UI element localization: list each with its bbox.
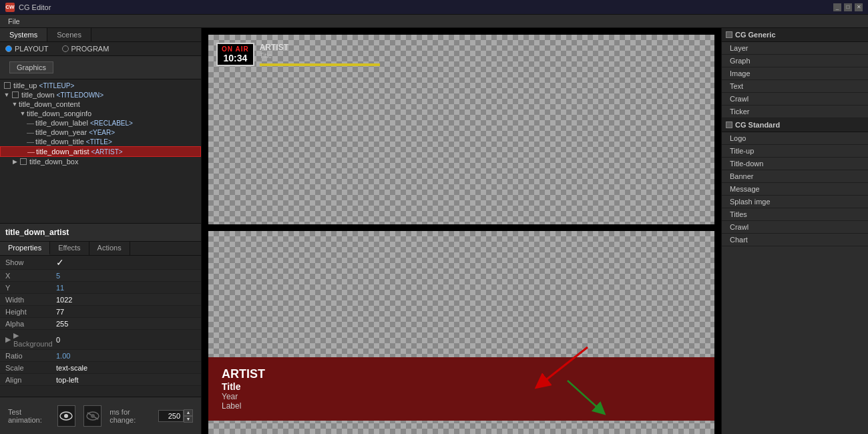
prop-height: Height 77 (0, 306, 201, 318)
tree-dash-label: — (27, 119, 34, 127)
tree-tag-title-down: <TITLEDOWN> (57, 91, 104, 99)
expand-icon-songinfo: ▼ (19, 110, 27, 118)
main-tabs: Systems Scenes (0, 28, 201, 42)
radio-program-label: PROGRAM (71, 45, 110, 53)
rp-item-titles[interactable]: Titles (722, 208, 868, 221)
prop-scale: Scale text-scale (0, 362, 201, 374)
prop-value-ratio[interactable]: 1.00 (53, 351, 201, 361)
rp-section-title-generic: CG Generic (735, 31, 776, 39)
svg-point-1 (64, 414, 68, 418)
tree-dash-title: — (27, 138, 34, 146)
tree-item-year[interactable]: — title_down_year <YEAR> (0, 128, 201, 137)
tree-item-label[interactable]: — title_down_label <RECLABEL> (0, 118, 201, 128)
tree-tag-artist: <ARTIST> (91, 148, 123, 156)
ms-spin-up[interactable]: ▲ (184, 409, 193, 416)
radio-row: PLAYOUT PROGRAM (0, 42, 201, 56)
prop-value-height[interactable]: 77 (53, 306, 201, 317)
menu-bar: File (0, 15, 868, 28)
tree-item-title-down-content[interactable]: ▼ title_down_content (0, 99, 201, 109)
rp-item-crawl[interactable]: Crawl (722, 93, 868, 105)
on-air-overlay: ON AIR 10:34 ARTIST Title (216, 43, 380, 66)
ms-spinner: ▲ ▼ (184, 409, 193, 423)
selected-node-name: title_down_artist (0, 223, 201, 242)
prop-label-alpha: Alpha (0, 318, 53, 329)
close-button[interactable]: ✕ (855, 3, 863, 11)
prop-background: ▶ ▶ Background 0 (0, 330, 201, 350)
prop-width: Width 1022 (0, 294, 201, 306)
center-panel: ON AIR 10:34 ARTIST Title ARTIST Title (202, 28, 721, 434)
rp-item-chart[interactable]: Chart (722, 234, 868, 246)
prop-value-y[interactable]: 11 (53, 282, 201, 293)
tree-label-year: title_down_year (35, 128, 87, 136)
menu-file[interactable]: File (3, 16, 25, 27)
rp-item-layer[interactable]: Layer (722, 42, 868, 55)
ms-spin-down[interactable]: ▼ (184, 416, 193, 423)
maximize-button[interactable]: □ (844, 3, 852, 11)
rp-item-graph[interactable]: Graph (722, 55, 868, 67)
radio-playout[interactable]: PLAYOUT (5, 45, 49, 53)
prop-label-show: Show (0, 257, 53, 268)
minimize-button[interactable]: _ (833, 3, 841, 11)
tab-scenes[interactable]: Scenes (47, 28, 91, 41)
left-panel: Systems Scenes PLAYOUT PROGRAM Graphics … (0, 28, 202, 434)
rp-item-ticker[interactable]: Ticker (722, 105, 868, 118)
band-title: Title (222, 381, 701, 392)
tab-properties[interactable]: Properties (0, 242, 50, 255)
rp-item-text[interactable]: Text (722, 80, 868, 93)
tab-effects[interactable]: Effects (50, 242, 89, 255)
eye-open-button[interactable] (57, 405, 75, 427)
prop-value-scale[interactable]: text-scale (53, 363, 201, 373)
prop-label-y: Y (0, 282, 53, 293)
expand-icon-title-down: ▼ (3, 91, 11, 99)
prop-value-width[interactable]: 1022 (53, 294, 201, 305)
ms-input-group: ▲ ▼ (158, 409, 193, 423)
tree-label-reclabel: title_down_label (35, 119, 88, 127)
prop-label-height: Height (0, 306, 53, 317)
ms-input[interactable] (158, 410, 184, 422)
on-air-subtitle: Title (260, 52, 380, 59)
rp-section-dot-generic (726, 31, 732, 38)
preview-top: ON AIR 10:34 ARTIST Title (202, 28, 721, 231)
title-bar: CW CG Editor _ □ ✕ (0, 0, 868, 15)
tree-tag-title-up: <TITLEUP> (39, 82, 75, 89)
rp-item-splash[interactable]: Splash imge (722, 196, 868, 208)
tree-item-title-down[interactable]: ▼ title_down <TITLEDOWN> (0, 90, 201, 99)
rp-item-crawl2[interactable]: Crawl (722, 221, 868, 234)
rp-section-cg-generic: CG Generic (722, 28, 868, 42)
tree-item-title-up[interactable]: title_up <TITLEUP> (0, 81, 201, 90)
tab-actions[interactable]: Actions (89, 242, 130, 255)
prop-show: Show ✓ (0, 256, 201, 270)
prop-label-scale: Scale (0, 363, 53, 373)
graphics-tab-button[interactable]: Graphics (9, 61, 53, 73)
prop-label-align: Align (0, 375, 53, 385)
eye-closed-button[interactable] (83, 405, 101, 427)
prop-value-align[interactable]: top-left (53, 375, 201, 385)
right-panel: CG Generic Layer Graph Image Text Crawl … (721, 28, 868, 434)
tree-dash-artist: — (27, 148, 35, 156)
rp-item-title-down[interactable]: Title-down (722, 158, 868, 170)
rp-item-message[interactable]: Message (722, 183, 868, 196)
checker-top: ON AIR 10:34 ARTIST Title (208, 35, 714, 224)
tree-item-artist[interactable]: — title_down_artist <ARTIST> (0, 146, 201, 157)
rp-item-logo[interactable]: Logo (722, 132, 868, 145)
tree-item-box[interactable]: ▶ title_down_box (0, 157, 201, 166)
properties-tabs: Properties Effects Actions (0, 242, 201, 256)
rp-item-banner[interactable]: Banner (722, 170, 868, 183)
rp-item-title-up[interactable]: Title-up (722, 145, 868, 158)
tab-systems[interactable]: Systems (0, 28, 47, 41)
on-air-info: ARTIST Title (260, 43, 380, 66)
checker-bottom: ARTIST Title Year Label (208, 231, 714, 434)
rp-item-image[interactable]: Image (722, 67, 868, 80)
prop-value-alpha[interactable]: 255 (53, 318, 201, 329)
tree-item-title[interactable]: — title_down_title <TITLE> (0, 137, 201, 146)
prop-value-x[interactable]: 5 (53, 270, 201, 281)
tree-label-title-up: title_up (13, 81, 37, 89)
radio-program[interactable]: PROGRAM (62, 45, 110, 53)
tree-container[interactable]: title_up <TITLEUP> ▼ title_down <TITLEDO… (0, 79, 201, 223)
band-year: Year (222, 392, 701, 401)
expand-icon-content: ▼ (11, 100, 19, 108)
prop-value-background[interactable]: 0 (53, 335, 201, 345)
radio-playout-dot (5, 45, 12, 52)
tree-item-songinfo[interactable]: ▼ title_down_songinfo (0, 109, 201, 118)
properties-table: Show ✓ X 5 Y 11 Width 1022 Height 77 Alp… (0, 256, 201, 397)
